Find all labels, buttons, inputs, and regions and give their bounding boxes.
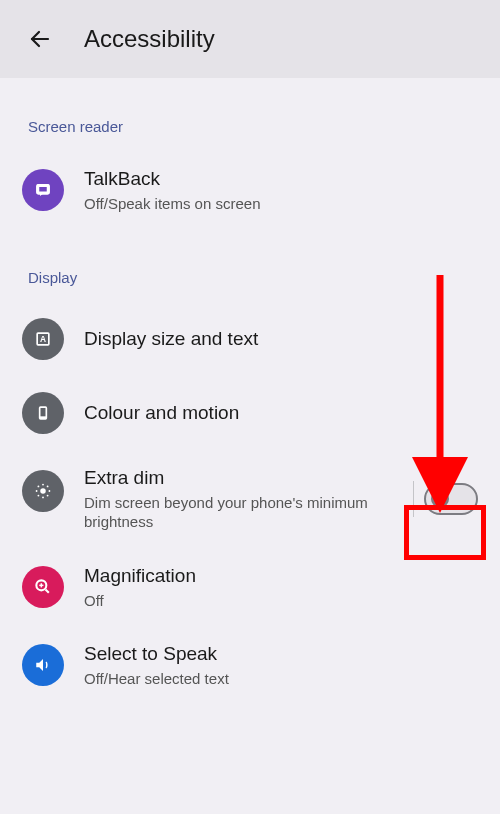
select-to-speak-text: Select to Speak Off/Hear selected text <box>84 642 478 688</box>
svg-line-18 <box>46 589 49 592</box>
magnification-subtitle: Off <box>84 591 478 611</box>
extra-dim-subtitle: Dim screen beyond your phone's minimum b… <box>84 493 403 532</box>
app-header: Accessibility <box>0 0 500 78</box>
svg-text:A: A <box>40 335 46 345</box>
svg-point-9 <box>42 484 44 486</box>
extra-dim-icon <box>22 470 64 512</box>
magnification-text: Magnification Off <box>84 564 478 610</box>
colour-motion-title: Colour and motion <box>84 401 478 426</box>
svg-point-8 <box>40 488 46 494</box>
talkback-text: TalkBack Off/Speak items on screen <box>84 167 478 213</box>
svg-point-16 <box>47 495 49 497</box>
talkback-item[interactable]: TalkBack Off/Speak items on screen <box>0 151 500 229</box>
section-header-screen-reader: Screen reader <box>0 78 500 151</box>
colour-motion-icon <box>22 392 64 434</box>
colour-motion-item[interactable]: Colour and motion <box>0 376 500 450</box>
svg-point-11 <box>36 490 38 492</box>
select-to-speak-title: Select to Speak <box>84 642 478 667</box>
talkback-subtitle: Off/Speak items on screen <box>84 194 478 214</box>
svg-point-15 <box>38 495 40 497</box>
page-title: Accessibility <box>84 25 215 53</box>
select-to-speak-subtitle: Off/Hear selected text <box>84 669 478 689</box>
select-to-speak-icon <box>22 644 64 686</box>
display-size-text: Display size and text <box>84 327 478 352</box>
display-size-item[interactable]: A Display size and text <box>0 302 500 376</box>
toggle-knob <box>431 490 449 508</box>
colour-motion-text: Colour and motion <box>84 401 478 426</box>
svg-point-13 <box>38 486 40 488</box>
select-to-speak-item[interactable]: Select to Speak Off/Hear selected text <box>0 626 500 704</box>
toggle-separator <box>413 481 414 517</box>
svg-rect-7 <box>41 408 46 416</box>
talkback-icon <box>22 169 64 211</box>
extra-dim-link[interactable]: Extra dim Dim screen beyond your phone's… <box>22 466 403 532</box>
svg-rect-3 <box>39 186 48 192</box>
extra-dim-title: Extra dim <box>84 466 403 491</box>
svg-point-14 <box>47 486 49 488</box>
back-button[interactable] <box>20 19 60 59</box>
svg-point-12 <box>49 490 51 492</box>
magnification-icon <box>22 566 64 608</box>
magnification-item[interactable]: Magnification Off <box>0 548 500 626</box>
extra-dim-item: Extra dim Dim screen beyond your phone's… <box>0 450 500 548</box>
svg-point-10 <box>42 497 44 499</box>
magnification-title: Magnification <box>84 564 478 589</box>
extra-dim-text: Extra dim Dim screen beyond your phone's… <box>84 466 403 532</box>
talkback-title: TalkBack <box>84 167 478 192</box>
display-size-icon: A <box>22 318 64 360</box>
extra-dim-toggle[interactable] <box>424 483 478 515</box>
settings-content: Screen reader TalkBack Off/Speak items o… <box>0 78 500 724</box>
section-header-display: Display <box>0 229 500 302</box>
arrow-back-icon <box>28 27 52 51</box>
display-size-title: Display size and text <box>84 327 478 352</box>
